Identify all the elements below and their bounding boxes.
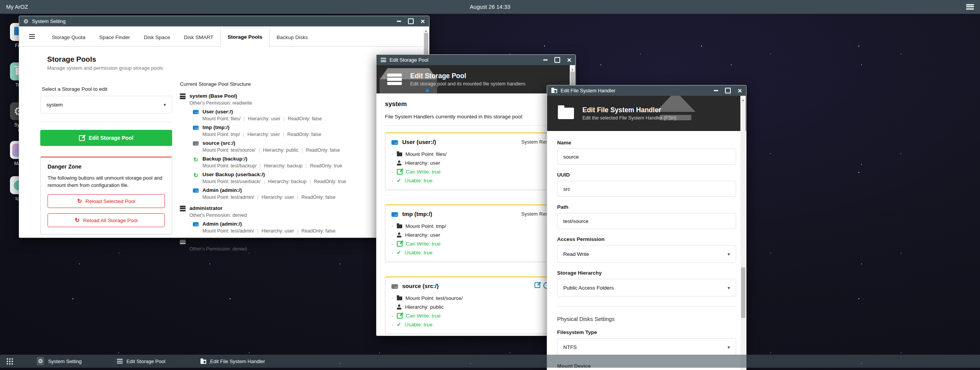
chevron-down-icon	[727, 251, 730, 257]
user-icon	[397, 160, 402, 165]
edit-storage-pool-content: system File System Handlers currently mo…	[377, 93, 576, 334]
close-button[interactable]	[738, 87, 742, 94]
danger-zone-panel: Danger Zone The following buttons will u…	[40, 157, 172, 234]
tab-disk-smart[interactable]: Disk SMART	[177, 28, 220, 46]
taskbar-item-edit-fsh[interactable]: Edit File System Handler	[201, 359, 265, 364]
app-grid-icon[interactable]	[6, 358, 13, 365]
top-bar: My ArOZ August 26 14:33	[0, 0, 980, 14]
tab-disk-space[interactable]: Disk Space	[137, 28, 177, 46]
name-field[interactable]	[557, 149, 736, 165]
edit-storage-pool-titlebar[interactable]: Edit Storage Pool	[377, 55, 576, 65]
edit-storage-pool-button[interactable]: Edit Storage Pool	[40, 130, 172, 146]
taskbar-item-system-setting[interactable]: System Setting	[37, 357, 82, 365]
reload-all-pool-button[interactable]: Reload All Storage Pool	[48, 213, 165, 227]
path-label: Path	[557, 204, 736, 210]
pool-description: File System Handlers currently mounted i…	[385, 114, 567, 120]
storage-pool-select[interactable]: system	[40, 96, 172, 113]
scroll-up-icon[interactable]	[740, 96, 746, 102]
chevron-down-icon	[727, 344, 730, 350]
access-permission-select[interactable]: Read Write	[557, 245, 736, 263]
folder-icon	[397, 296, 402, 300]
tab-backup-disks[interactable]: Backup Disks	[270, 28, 315, 46]
hdd-icon	[193, 188, 199, 193]
storage-hierarchy-select[interactable]: Public Access Folders	[557, 279, 736, 296]
folder-icon	[397, 224, 402, 228]
clock: August 26 14:33	[470, 4, 510, 10]
fsh-card-source: source (src:/) Mount Point: test/source/…	[385, 277, 567, 334]
user-icon	[397, 305, 402, 309]
divider	[40, 122, 172, 122]
server-icon	[180, 239, 186, 245]
minimize-button[interactable]	[543, 59, 548, 61]
minimize-button[interactable]	[397, 21, 401, 22]
fsh-property: Can Write: true	[391, 311, 561, 320]
tab-storage-quota[interactable]: Storage Quota	[45, 28, 92, 46]
maximize-button[interactable]	[408, 18, 414, 24]
close-button[interactable]	[567, 56, 571, 64]
maximize-button[interactable]	[725, 88, 731, 93]
edit-fsh-titlebar[interactable]: Edit File System Handler	[547, 85, 746, 96]
folder-icon	[558, 108, 574, 119]
chevron-down-icon	[727, 285, 730, 291]
sidebar-toggle-icon[interactable]	[29, 34, 35, 39]
pool-select-label: Select a Storage Pool to edit	[42, 86, 172, 92]
menu-icon[interactable]	[966, 4, 974, 10]
hdd-icon	[193, 126, 199, 130]
list-icon	[117, 359, 123, 363]
scrollbar-thumb[interactable]	[741, 267, 745, 318]
edit-fsh-button[interactable]	[534, 282, 540, 288]
reload-selected-pool-button[interactable]: Reload Selected Pool	[48, 194, 165, 208]
gear-icon	[38, 358, 43, 364]
uuid-field[interactable]	[557, 181, 736, 197]
server-icon	[180, 206, 186, 211]
filesystem-type-select[interactable]: NTFS	[557, 338, 736, 356]
pool-name: system	[385, 100, 567, 108]
hdd-icon	[193, 110, 199, 114]
divider	[385, 125, 567, 126]
check-icon	[397, 320, 401, 329]
hdd-icon	[391, 212, 398, 217]
refresh-icon	[193, 172, 199, 184]
storage-pools-panel: Storage Pools Manage system and permissi…	[40, 55, 172, 234]
tab-storage-pools[interactable]: Storage Pools	[220, 28, 270, 47]
selected-pool-value: system	[46, 102, 63, 108]
folder-icon	[397, 152, 402, 156]
hdd-icon	[193, 222, 199, 226]
path-field[interactable]	[557, 213, 736, 229]
chevron-down-icon	[163, 102, 166, 108]
server-icon	[180, 93, 186, 99]
minimize-button[interactable]	[714, 90, 718, 91]
aroz-brand[interactable]: My ArOZ	[6, 4, 28, 10]
edit-icon	[79, 135, 85, 141]
check-icon	[397, 176, 401, 185]
fsh-card-user: User (user:/) System Reserved Mount Poin…	[385, 133, 567, 190]
taskbar: System Setting Edit Storage Pool Edit Fi…	[0, 355, 980, 368]
fsh-property: Mount Point: tmp/	[391, 222, 561, 231]
list-icon	[381, 58, 386, 62]
fsh-property: Mount Point: test/source/	[391, 294, 561, 303]
fsh-property: Usable: true	[391, 176, 561, 185]
scrollbar[interactable]	[740, 96, 746, 370]
folder-icon	[551, 89, 557, 93]
header-title: Edit File System Handler	[582, 106, 676, 114]
active-app-highlight	[37, 357, 44, 365]
tab-space-finder[interactable]: Space Finder	[92, 28, 137, 46]
scroll-up-icon[interactable]	[423, 26, 429, 32]
fsh-property: Hierarchy: user	[391, 231, 561, 239]
close-button[interactable]	[421, 18, 425, 25]
hdd-icon	[193, 141, 199, 146]
scroll-up-icon[interactable]	[570, 65, 575, 71]
window-title: Edit File System Handler	[561, 88, 615, 93]
refresh-icon	[193, 156, 199, 169]
danger-zone-title: Danger Zone	[48, 164, 165, 170]
maximize-button[interactable]	[554, 57, 560, 63]
fsh-property: Mount Point: files/	[391, 150, 561, 159]
edit-icon	[397, 241, 403, 247]
server-icon	[387, 74, 402, 85]
taskbar-item-edit-storage-pool[interactable]: Edit Storage Pool	[117, 359, 165, 364]
fsh-property: Can Write: true	[391, 239, 561, 248]
edit-fsh-form: Name UUID Path Access Permission Read Wr…	[547, 131, 746, 370]
system-setting-titlebar[interactable]: System Setting	[19, 16, 429, 26]
hdd-icon	[391, 284, 398, 289]
edit-storage-pool-window: Edit Storage Pool Edit Storage Pool Edit…	[376, 54, 576, 336]
